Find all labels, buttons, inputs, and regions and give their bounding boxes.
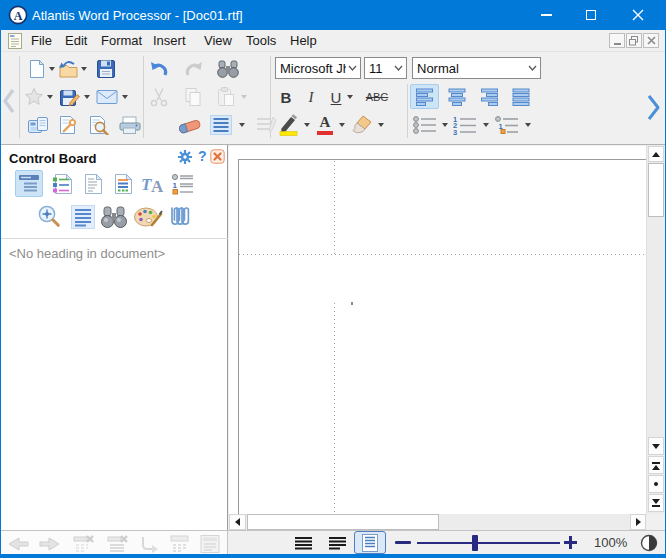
window-maximize-button[interactable] — [571, 0, 611, 30]
paste-dropdown[interactable] — [239, 84, 248, 110]
copy-button[interactable] — [181, 84, 205, 110]
full-expand-button[interactable] — [197, 533, 223, 554]
email-dropdown[interactable] — [120, 84, 129, 110]
menu-tools[interactable]: Tools — [244, 30, 278, 51]
select-browse-object-button[interactable] — [648, 475, 664, 493]
control-board-help-icon[interactable]: ? — [198, 148, 207, 164]
erase-formatting-button[interactable] — [175, 112, 205, 138]
zoom-in-button[interactable] — [562, 534, 579, 551]
heading-forward-button[interactable] — [37, 533, 63, 554]
undo-button[interactable] — [147, 56, 171, 82]
format-painter-dropdown[interactable] — [376, 112, 385, 138]
align-left-button[interactable] — [410, 84, 439, 109]
cb-fonts-pane-button[interactable]: T A — [139, 170, 167, 197]
new-document-button[interactable] — [27, 56, 47, 82]
cb-fields-pane-button[interactable] — [109, 170, 137, 197]
cb-lists-pane-button[interactable]: 1 — [169, 170, 197, 197]
email-button[interactable] — [94, 84, 120, 110]
cb-zoom-pane-button[interactable] — [34, 202, 64, 231]
print-preview-button[interactable] — [85, 112, 113, 138]
control-board-settings-gear-icon[interactable] — [177, 149, 193, 165]
zoom-slider-thumb[interactable] — [472, 535, 478, 551]
menu-file[interactable]: File — [29, 30, 54, 51]
bold-button[interactable]: B — [277, 84, 295, 110]
heading-list-button[interactable] — [167, 533, 193, 554]
vertical-scrollbar[interactable] — [646, 145, 665, 514]
menu-view[interactable]: View — [202, 30, 234, 51]
multilevel-list-dropdown[interactable] — [523, 112, 532, 138]
save-as-button[interactable] — [58, 84, 82, 110]
mdi-minimize-button[interactable] — [609, 33, 625, 48]
italic-button[interactable]: I — [304, 84, 318, 110]
control-board-close-icon[interactable] — [210, 149, 225, 164]
mdi-close-button[interactable] — [643, 33, 659, 48]
style-combobox[interactable]: Normal — [412, 57, 541, 79]
font-color-dropdown[interactable] — [337, 112, 346, 138]
line-spacing-dropdown[interactable] — [237, 112, 246, 138]
cb-clipboard-pane-button[interactable] — [79, 170, 107, 197]
draft-view-button[interactable] — [290, 533, 316, 553]
favorites-button[interactable] — [23, 84, 45, 110]
zoom-out-button[interactable] — [395, 541, 411, 544]
zoom-slider-track[interactable] — [417, 542, 560, 544]
cb-colors-pane-button[interactable] — [132, 202, 164, 231]
favorites-dropdown[interactable] — [45, 84, 54, 110]
redo-button[interactable] — [182, 56, 206, 82]
save-button[interactable] — [94, 56, 118, 82]
new-document-dropdown[interactable] — [47, 56, 56, 82]
clipboard-panel-button[interactable] — [25, 112, 51, 138]
delete-subheadings-button[interactable] — [105, 533, 131, 554]
print-button[interactable] — [115, 112, 145, 138]
heading-back-button[interactable] — [5, 533, 31, 554]
paste-button[interactable] — [213, 84, 239, 110]
highlight-button[interactable] — [277, 112, 301, 138]
demote-heading-button[interactable] — [135, 533, 161, 554]
format-painter-button[interactable] — [349, 112, 375, 138]
strikethrough-button[interactable]: ABC — [359, 84, 395, 110]
bullet-list-dropdown[interactable] — [440, 112, 449, 138]
align-center-button[interactable] — [442, 84, 471, 110]
vertical-scrollbar-thumb[interactable] — [648, 163, 664, 217]
next-page-button[interactable] — [648, 494, 664, 512]
scroll-left-button[interactable] — [229, 514, 246, 530]
previous-toolbars-chevron-icon[interactable] — [2, 88, 16, 114]
cb-clips-pane-button[interactable] — [166, 202, 196, 231]
font-color-button[interactable]: A — [314, 112, 336, 138]
open-dropdown[interactable] — [79, 56, 88, 82]
font-family-combobox[interactable]: Microsoft Jh — [275, 57, 361, 79]
underline-button[interactable]: U — [328, 84, 344, 110]
page-color-contrast-icon[interactable] — [640, 534, 658, 552]
page-layout-view-button[interactable] — [354, 531, 386, 554]
cb-headings-pane-button[interactable] — [15, 170, 43, 197]
font-size-combobox[interactable]: 11 — [364, 57, 407, 79]
web-view-button[interactable] — [324, 533, 350, 553]
find-button[interactable] — [215, 56, 241, 82]
underline-dropdown[interactable] — [345, 84, 354, 110]
align-right-button[interactable] — [474, 84, 503, 110]
menu-help[interactable]: Help — [288, 30, 319, 51]
scroll-up-button[interactable] — [648, 146, 664, 162]
cut-button[interactable] — [147, 84, 171, 110]
mdi-restore-button[interactable] — [626, 33, 642, 48]
bullet-list-button[interactable] — [411, 112, 439, 138]
scroll-down-button[interactable] — [648, 437, 664, 455]
cb-styles-pane-button[interactable] — [49, 170, 77, 197]
previous-page-button[interactable] — [648, 456, 664, 474]
save-as-dropdown[interactable] — [82, 84, 91, 110]
window-close-button[interactable] — [618, 0, 658, 30]
delete-heading-button[interactable] — [71, 533, 97, 554]
more-toolbars-chevron-icon[interactable] — [646, 94, 661, 121]
numbered-list-dropdown[interactable] — [481, 112, 490, 138]
line-spacing-button[interactable] — [207, 112, 235, 138]
cb-paragraph-pane-button[interactable] — [68, 202, 98, 231]
scroll-right-button[interactable] — [630, 514, 646, 530]
menu-format[interactable]: Format — [99, 30, 144, 51]
document-options-button[interactable] — [55, 112, 81, 138]
highlight-dropdown[interactable] — [302, 112, 311, 138]
justify-button[interactable] — [506, 84, 535, 110]
numbered-list-button[interactable]: 1 2 3 — [451, 112, 479, 138]
menu-edit[interactable]: Edit — [63, 30, 89, 51]
document-viewport[interactable] — [229, 146, 646, 514]
cb-find-pane-button[interactable] — [98, 202, 130, 231]
menu-insert[interactable]: Insert — [151, 30, 188, 51]
